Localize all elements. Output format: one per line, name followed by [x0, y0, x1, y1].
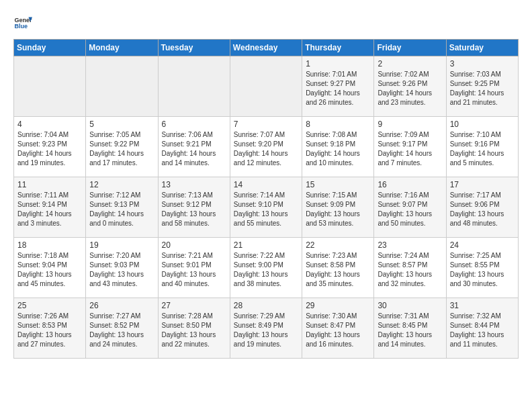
weekday-header-tuesday: Tuesday [158, 40, 230, 56]
day-info: Sunrise: 7:04 AM Sunset: 9:23 PM Dayligh… [17, 130, 82, 168]
day-info: Sunrise: 7:24 AM Sunset: 8:57 PM Dayligh… [378, 251, 442, 289]
week-row-5: 25Sunrise: 7:26 AM Sunset: 8:53 PM Dayli… [14, 298, 519, 359]
day-info: Sunrise: 7:15 AM Sunset: 9:09 PM Dayligh… [306, 191, 370, 228]
day-info: Sunrise: 7:14 AM Sunset: 9:10 PM Dayligh… [234, 191, 298, 228]
calendar-cell: 23Sunrise: 7:24 AM Sunset: 8:57 PM Dayli… [374, 238, 446, 298]
day-number: 11 [17, 180, 82, 189]
day-info: Sunrise: 7:29 AM Sunset: 8:49 PM Dayligh… [234, 312, 298, 349]
week-row-2: 4Sunrise: 7:04 AM Sunset: 9:23 PM Daylig… [14, 117, 519, 177]
calendar-cell: 16Sunrise: 7:16 AM Sunset: 9:07 PM Dayli… [374, 177, 446, 238]
day-number: 31 [450, 301, 515, 310]
calendar-cell: 27Sunrise: 7:28 AM Sunset: 8:50 PM Dayli… [158, 298, 230, 359]
weekday-header-wednesday: Wednesday [230, 40, 302, 56]
day-number: 7 [234, 120, 298, 129]
day-number: 6 [162, 120, 226, 129]
calendar-table: SundayMondayTuesdayWednesdayThursdayFrid… [13, 39, 519, 359]
day-number: 29 [306, 301, 370, 310]
calendar-cell: 11Sunrise: 7:11 AM Sunset: 9:14 PM Dayli… [14, 177, 86, 238]
day-info: Sunrise: 7:28 AM Sunset: 8:50 PM Dayligh… [162, 312, 226, 349]
day-number: 18 [17, 240, 82, 250]
calendar-cell: 28Sunrise: 7:29 AM Sunset: 8:49 PM Dayli… [230, 298, 302, 359]
weekday-header-sunday: Sunday [14, 40, 86, 56]
day-number: 10 [450, 120, 515, 129]
day-info: Sunrise: 7:22 AM Sunset: 9:00 PM Dayligh… [234, 251, 298, 289]
day-info: Sunrise: 7:18 AM Sunset: 9:04 PM Dayligh… [17, 251, 82, 289]
calendar-cell: 12Sunrise: 7:12 AM Sunset: 9:13 PM Dayli… [86, 177, 158, 238]
calendar-cell: 26Sunrise: 7:27 AM Sunset: 8:52 PM Dayli… [86, 298, 158, 359]
day-number: 21 [234, 240, 298, 250]
calendar-cell: 14Sunrise: 7:14 AM Sunset: 9:10 PM Dayli… [230, 177, 302, 238]
svg-text:Blue: Blue [14, 23, 28, 30]
calendar-cell: 7Sunrise: 7:07 AM Sunset: 9:20 PM Daylig… [230, 117, 302, 177]
calendar-cell: 5Sunrise: 7:05 AM Sunset: 9:22 PM Daylig… [86, 117, 158, 177]
day-info: Sunrise: 7:21 AM Sunset: 9:01 PM Dayligh… [162, 251, 226, 289]
day-number: 28 [234, 301, 298, 310]
calendar-cell: 6Sunrise: 7:06 AM Sunset: 9:21 PM Daylig… [158, 117, 230, 177]
day-info: Sunrise: 7:26 AM Sunset: 8:53 PM Dayligh… [17, 312, 82, 349]
calendar-cell: 31Sunrise: 7:32 AM Sunset: 8:44 PM Dayli… [446, 298, 518, 359]
day-info: Sunrise: 7:05 AM Sunset: 9:22 PM Dayligh… [89, 130, 154, 168]
day-info: Sunrise: 7:02 AM Sunset: 9:26 PM Dayligh… [378, 70, 442, 107]
calendar-cell: 25Sunrise: 7:26 AM Sunset: 8:53 PM Dayli… [14, 298, 86, 359]
day-number: 22 [306, 240, 370, 250]
page-header: General Blue [13, 13, 519, 32]
day-number: 16 [378, 180, 442, 189]
calendar-cell [86, 56, 158, 117]
day-number: 12 [89, 180, 154, 189]
day-number: 20 [162, 240, 226, 250]
day-info: Sunrise: 7:23 AM Sunset: 8:58 PM Dayligh… [306, 251, 370, 289]
day-number: 13 [162, 180, 226, 189]
calendar-cell: 30Sunrise: 7:31 AM Sunset: 8:45 PM Dayli… [374, 298, 446, 359]
weekday-header-thursday: Thursday [302, 40, 374, 56]
calendar-cell: 4Sunrise: 7:04 AM Sunset: 9:23 PM Daylig… [14, 117, 86, 177]
calendar-cell: 13Sunrise: 7:13 AM Sunset: 9:12 PM Dayli… [158, 177, 230, 238]
day-number: 30 [378, 301, 442, 310]
calendar-cell: 24Sunrise: 7:25 AM Sunset: 8:55 PM Dayli… [446, 238, 518, 298]
day-number: 14 [234, 180, 298, 189]
calendar-cell: 9Sunrise: 7:09 AM Sunset: 9:17 PM Daylig… [374, 117, 446, 177]
day-number: 5 [89, 120, 154, 129]
day-number: 4 [17, 120, 82, 129]
day-info: Sunrise: 7:10 AM Sunset: 9:16 PM Dayligh… [450, 130, 515, 168]
day-info: Sunrise: 7:08 AM Sunset: 9:18 PM Dayligh… [306, 130, 370, 168]
weekday-header-saturday: Saturday [446, 40, 518, 56]
calendar-cell [158, 56, 230, 117]
calendar-cell: 17Sunrise: 7:17 AM Sunset: 9:06 PM Dayli… [446, 177, 518, 238]
week-row-4: 18Sunrise: 7:18 AM Sunset: 9:04 PM Dayli… [14, 238, 519, 298]
day-number: 8 [306, 120, 370, 129]
calendar-cell: 18Sunrise: 7:18 AM Sunset: 9:04 PM Dayli… [14, 238, 86, 298]
day-number: 1 [306, 59, 370, 68]
day-info: Sunrise: 7:03 AM Sunset: 9:25 PM Dayligh… [450, 70, 515, 107]
weekday-header-row: SundayMondayTuesdayWednesdayThursdayFrid… [14, 40, 519, 56]
day-info: Sunrise: 7:27 AM Sunset: 8:52 PM Dayligh… [89, 312, 154, 349]
calendar-cell: 29Sunrise: 7:30 AM Sunset: 8:47 PM Dayli… [302, 298, 374, 359]
day-info: Sunrise: 7:12 AM Sunset: 9:13 PM Dayligh… [89, 191, 154, 228]
calendar-cell [230, 56, 302, 117]
day-number: 25 [17, 301, 82, 310]
calendar-cell: 1Sunrise: 7:01 AM Sunset: 9:27 PM Daylig… [302, 56, 374, 117]
calendar-cell: 8Sunrise: 7:08 AM Sunset: 9:18 PM Daylig… [302, 117, 374, 177]
day-info: Sunrise: 7:13 AM Sunset: 9:12 PM Dayligh… [162, 191, 226, 228]
calendar-cell: 20Sunrise: 7:21 AM Sunset: 9:01 PM Dayli… [158, 238, 230, 298]
day-number: 3 [450, 59, 515, 68]
week-row-3: 11Sunrise: 7:11 AM Sunset: 9:14 PM Dayli… [14, 177, 519, 238]
calendar-cell: 10Sunrise: 7:10 AM Sunset: 9:16 PM Dayli… [446, 117, 518, 177]
calendar-cell [14, 56, 86, 117]
day-number: 15 [306, 180, 370, 189]
day-info: Sunrise: 7:11 AM Sunset: 9:14 PM Dayligh… [17, 191, 82, 228]
day-info: Sunrise: 7:16 AM Sunset: 9:07 PM Dayligh… [378, 191, 442, 228]
logo-icon: General Blue [13, 13, 32, 32]
day-number: 2 [378, 59, 442, 68]
day-info: Sunrise: 7:20 AM Sunset: 9:03 PM Dayligh… [89, 251, 154, 289]
day-number: 26 [89, 301, 154, 310]
day-info: Sunrise: 7:06 AM Sunset: 9:21 PM Dayligh… [162, 130, 226, 168]
calendar-cell: 15Sunrise: 7:15 AM Sunset: 9:09 PM Dayli… [302, 177, 374, 238]
calendar-cell: 22Sunrise: 7:23 AM Sunset: 8:58 PM Dayli… [302, 238, 374, 298]
day-info: Sunrise: 7:09 AM Sunset: 9:17 PM Dayligh… [378, 130, 442, 168]
day-info: Sunrise: 7:01 AM Sunset: 9:27 PM Dayligh… [306, 70, 370, 107]
day-number: 9 [378, 120, 442, 129]
weekday-header-monday: Monday [86, 40, 158, 56]
calendar-cell: 19Sunrise: 7:20 AM Sunset: 9:03 PM Dayli… [86, 238, 158, 298]
day-info: Sunrise: 7:30 AM Sunset: 8:47 PM Dayligh… [306, 312, 370, 349]
day-info: Sunrise: 7:31 AM Sunset: 8:45 PM Dayligh… [378, 312, 442, 349]
